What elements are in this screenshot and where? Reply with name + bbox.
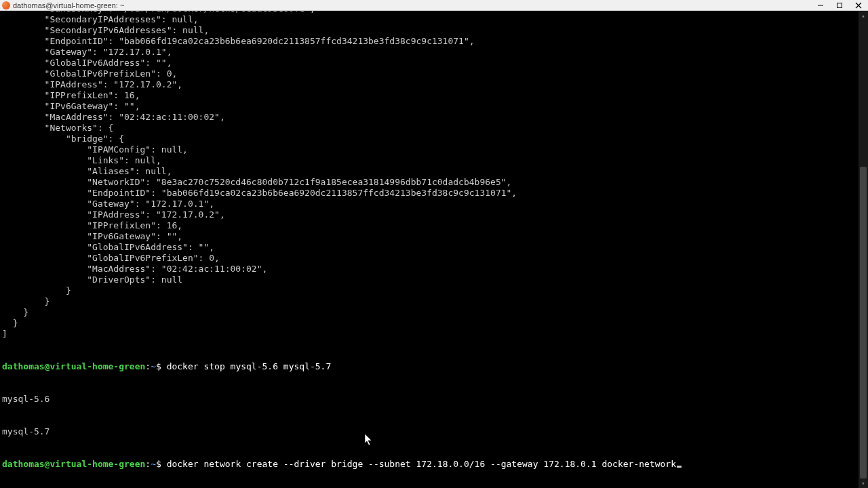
- docker-inspect-output: "Bridge": "", "SandboxID": "6eaac9be60fe…: [2, 11, 866, 340]
- output-line: mysql-5.7: [2, 426, 866, 437]
- prompt-path: ~: [151, 361, 156, 371]
- scroll-up-arrow-icon[interactable]: ▴: [859, 11, 868, 20]
- maximize-icon: [836, 2, 843, 9]
- command-text: docker network create --driver bridge --…: [167, 459, 676, 469]
- scroll-down-arrow-icon[interactable]: ▾: [859, 479, 868, 488]
- close-icon: [855, 2, 862, 9]
- scrollbar-track[interactable]: [859, 20, 868, 479]
- svg-rect-1: [837, 3, 842, 7]
- close-button[interactable]: [849, 0, 868, 11]
- prompt-user: dathomas@virtual-home-green: [2, 361, 145, 371]
- maximize-button[interactable]: [830, 0, 849, 11]
- ubuntu-icon: [2, 1, 10, 9]
- prompt-line-2: dathomas@virtual-home-green:~$ docker ne…: [2, 459, 866, 470]
- window-titlebar: dathomas@virtual-home-green: ~: [0, 0, 868, 11]
- terminal-scrollbar[interactable]: ▴ ▾: [859, 11, 868, 488]
- text-cursor: [677, 466, 682, 468]
- window-title: dathomas@virtual-home-green: ~: [13, 1, 124, 9]
- terminal-pane[interactable]: "Bridge": "", "SandboxID": "6eaac9be60fe…: [0, 11, 868, 488]
- scrollbar-thumb[interactable]: [860, 167, 867, 479]
- prompt-user: dathomas@virtual-home-green: [2, 459, 145, 469]
- minimize-icon: [817, 2, 824, 9]
- output-line: mysql-5.6: [2, 394, 866, 405]
- minimize-button[interactable]: [811, 0, 830, 11]
- command-text: docker stop mysql-5.6 mysql-5.7: [167, 361, 332, 371]
- prompt-line-1: dathomas@virtual-home-green:~$ docker st…: [2, 361, 866, 372]
- prompt-path: ~: [151, 459, 156, 469]
